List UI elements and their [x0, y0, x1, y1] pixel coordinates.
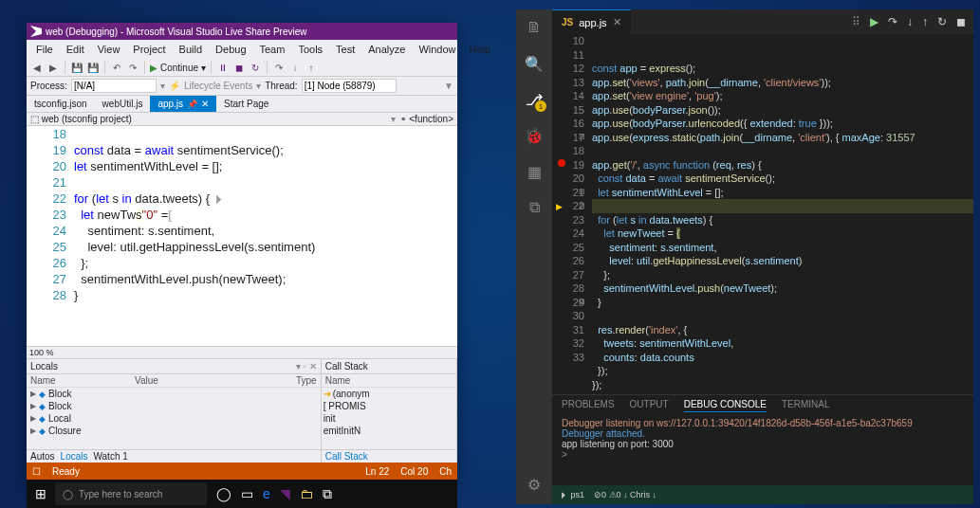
- explorer-icon[interactable]: 🗎: [524, 17, 545, 38]
- scope-func[interactable]: ⚬ <function>: [399, 114, 454, 124]
- watch1-tab[interactable]: Watch 1: [93, 451, 127, 462]
- tab-webutil[interactable]: webUtil.js: [95, 96, 151, 112]
- menu-build[interactable]: Build: [174, 42, 208, 57]
- status-mid[interactable]: ⊘0 ⚠0 ↓ Chris ↓: [594, 490, 656, 499]
- term-line: Debugger listening on ws://127.0.0.1:394…: [562, 418, 964, 428]
- undo-icon[interactable]: ↶: [110, 61, 123, 74]
- step-over-icon[interactable]: ↷: [272, 61, 286, 74]
- vscode-window: 🗎 🔍 ⎇1 🐞 ▦ ⧉ ⚙ JS app.js ✕ ⠿ ▶ ↷ ↓ ↑ ↻ ◼: [516, 9, 973, 504]
- fold-icon[interactable]: ⊟: [579, 186, 585, 200]
- vs-taskbar-icon[interactable]: ◥: [280, 486, 290, 502]
- menu-debug[interactable]: Debug: [210, 42, 251, 57]
- restart-icon[interactable]: ↻: [249, 61, 262, 74]
- fold-icon[interactable]: ⊟: [579, 131, 585, 145]
- vs-editor[interactable]: 1819202122232425262728 const data = awai…: [27, 126, 457, 346]
- menu-help[interactable]: Help: [464, 42, 497, 57]
- vsc-statusbar: ⏵ ps1 ⊘0 ⚠0 ↓ Chris ↓: [552, 485, 973, 504]
- tab-appjs[interactable]: app.js 📌 ✕: [150, 96, 216, 112]
- thread-combo[interactable]: [302, 79, 397, 93]
- output-tab[interactable]: OUTPUT: [630, 399, 669, 412]
- liveshare-icon[interactable]: ⧉: [524, 197, 545, 218]
- menu-project[interactable]: Project: [127, 42, 171, 57]
- breakpoint-icon[interactable]: [558, 159, 565, 167]
- nav-fwd-icon[interactable]: ▶: [46, 61, 60, 74]
- restart-icon[interactable]: ↻: [937, 15, 947, 28]
- vsc-tab-label: app.js: [579, 17, 606, 28]
- debug-icon[interactable]: 🐞: [524, 125, 545, 146]
- vs-code-area[interactable]: const data = await sentimentService(); l…: [74, 126, 457, 346]
- filter-icon[interactable]: ▼: [444, 81, 453, 91]
- menu-window[interactable]: Window: [413, 42, 461, 57]
- lifecycle-label[interactable]: Lifecycle Events: [184, 81, 252, 91]
- search-icon: ◯: [63, 489, 73, 499]
- step-into-icon[interactable]: ↓: [288, 61, 302, 74]
- continue-button[interactable]: Continue: [160, 63, 198, 73]
- close-tab-icon[interactable]: ✕: [201, 99, 209, 109]
- step-into-icon[interactable]: ↓: [907, 15, 913, 28]
- pin-icon[interactable]: 📌: [187, 100, 197, 109]
- drag-handle-icon[interactable]: ⠿: [852, 15, 860, 28]
- vsc-tab-appjs[interactable]: JS app.js ✕: [552, 9, 631, 34]
- extensions-icon[interactable]: ▦: [524, 161, 545, 182]
- locals-body[interactable]: ▶◆Block ▶◆Block ▶◆Local ▶◆Closure: [27, 388, 321, 449]
- menu-test[interactable]: Test: [330, 42, 361, 57]
- menu-tools[interactable]: Tools: [292, 42, 328, 57]
- callstack-tab[interactable]: Call Stack: [325, 451, 368, 462]
- term-line: app listening on port: 3000: [562, 439, 964, 449]
- continue-play-icon[interactable]: ▶: [150, 63, 157, 73]
- callstack-title: Call Stack: [325, 361, 368, 372]
- explorer-icon[interactable]: 🗀: [300, 486, 313, 502]
- stop-icon[interactable]: ◼: [232, 61, 246, 74]
- locals-tab[interactable]: Locals: [61, 451, 88, 462]
- debug-console-body[interactable]: Debugger listening on ws://127.0.0.1:394…: [552, 416, 973, 485]
- saveall-icon[interactable]: 💾: [86, 61, 100, 74]
- vs-zoom[interactable]: 100 %: [27, 346, 457, 358]
- tab-startpage[interactable]: Start Page: [216, 96, 276, 112]
- process-combo[interactable]: [71, 79, 157, 93]
- locals-title: Locals: [30, 361, 58, 372]
- panel-controls[interactable]: ▾ ▫ ✕: [296, 361, 317, 372]
- fold-icon[interactable]: ⊟: [579, 296, 585, 310]
- menu-analyze[interactable]: Analyze: [362, 42, 411, 57]
- search-icon[interactable]: 🔍: [524, 53, 545, 74]
- term-prompt[interactable]: >: [562, 449, 964, 460]
- continue-icon[interactable]: ▶: [870, 15, 878, 28]
- status-left[interactable]: ⏵ ps1: [560, 490, 584, 499]
- tab-tsconfig[interactable]: tsconfig.json: [27, 96, 95, 112]
- save-icon[interactable]: 💾: [70, 61, 83, 74]
- cortana-icon[interactable]: ◯: [216, 486, 231, 502]
- menu-team[interactable]: Team: [254, 42, 291, 57]
- callstack-body[interactable]: ➔(anonym [ PROMIS init emitInitN: [322, 388, 456, 449]
- taskview-icon[interactable]: ▭: [241, 486, 253, 502]
- debug-console-tab[interactable]: DEBUG CONSOLE: [684, 399, 767, 412]
- edge-icon[interactable]: e: [263, 486, 270, 502]
- fold-icon[interactable]: ⊟: [579, 200, 585, 214]
- scm-icon[interactable]: ⎇1: [524, 89, 545, 110]
- scope-project[interactable]: ⬚ web (tsconfig project): [30, 114, 132, 124]
- autos-tab[interactable]: Autos: [30, 451, 55, 462]
- continue-dropdown-icon[interactable]: ▾: [201, 63, 206, 73]
- problems-tab[interactable]: PROBLEMS: [562, 399, 615, 412]
- thread-label: Thread:: [265, 81, 297, 91]
- nav-back-icon[interactable]: ◀: [30, 61, 44, 74]
- vs-gutter: 1819202122232425262728: [27, 126, 74, 346]
- step-out-icon[interactable]: ↑: [305, 61, 318, 74]
- start-button-icon[interactable]: ⊞: [27, 486, 55, 501]
- menu-view[interactable]: View: [92, 42, 126, 57]
- step-out-icon[interactable]: ↑: [922, 15, 928, 28]
- menu-file[interactable]: File: [30, 42, 59, 57]
- menu-edit[interactable]: Edit: [61, 42, 90, 57]
- settings-gear-icon[interactable]: ⚙: [524, 474, 545, 495]
- vsc-code-area[interactable]: const app = express(); app.set('views', …: [592, 34, 973, 394]
- vs-titlebar[interactable]: web (Debugging) - Microsoft Visual Studi…: [27, 23, 457, 40]
- pause-icon[interactable]: ⏸: [216, 61, 230, 74]
- terminal-tab[interactable]: TERMINAL: [782, 399, 830, 412]
- vsc-editor[interactable]: 1011121314151617181920212223242526272829…: [552, 34, 973, 394]
- vsc-gutter: 1011121314151617181920212223242526272829…: [552, 34, 592, 394]
- liveshare-icon[interactable]: ⧉: [323, 486, 332, 502]
- taskbar-search[interactable]: ◯ Type here to search: [55, 482, 207, 505]
- close-tab-icon[interactable]: ✕: [613, 16, 621, 28]
- stop-icon[interactable]: ◼: [956, 15, 966, 28]
- redo-icon[interactable]: ↷: [126, 61, 139, 74]
- step-over-icon[interactable]: ↷: [888, 15, 897, 28]
